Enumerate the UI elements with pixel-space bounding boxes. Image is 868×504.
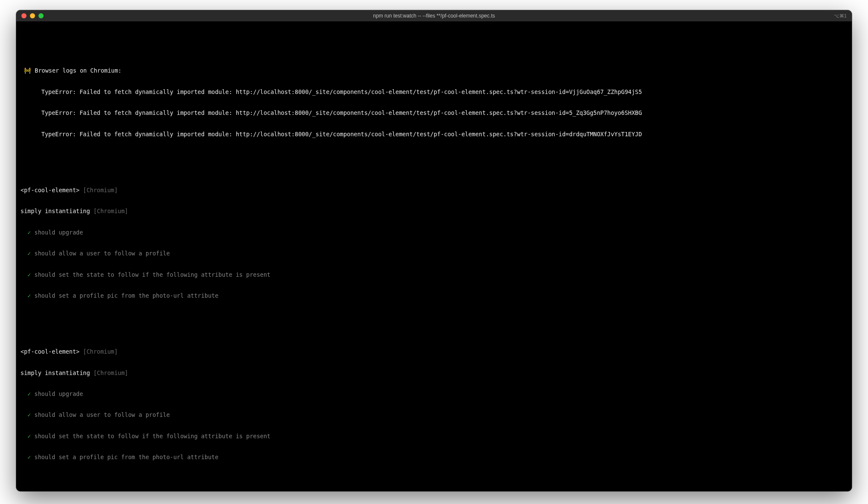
log-header-text: Browser logs on Chromium:	[35, 67, 121, 74]
titlebar: npm run test:watch -- --files **/pf-cool…	[16, 10, 852, 21]
close-icon[interactable]	[21, 13, 26, 18]
test-pass-line: ✓ should set a profile pic from the phot…	[21, 454, 847, 460]
test-pass-line: ✓ should upgrade	[21, 229, 847, 236]
window-title: npm run test:watch -- --files **/pf-cool…	[16, 13, 852, 19]
check-icon: ✓	[27, 433, 31, 440]
terminal-window: npm run test:watch -- --files **/pf-cool…	[16, 10, 852, 491]
suite-header: <pf-cool-element> [Chromium]	[21, 348, 847, 355]
suite-header: <pf-cool-element> [Chromium]	[21, 187, 847, 193]
test-pass-line: ✓ should allow a user to follow a profil…	[21, 250, 847, 257]
error-line: TypeError: Failed to fetch dynamically i…	[21, 88, 847, 95]
hazard-icon: 🚧	[24, 67, 31, 74]
zoom-icon[interactable]	[38, 13, 44, 18]
check-icon: ✓	[27, 292, 31, 299]
error-line: TypeError: Failed to fetch dynamically i…	[21, 109, 847, 116]
test-pass-line: ✓ should allow a user to follow a profil…	[21, 411, 847, 418]
test-pass-line: ✓ should set the state to follow if the …	[21, 271, 847, 278]
traffic-lights	[16, 13, 44, 18]
minimize-icon[interactable]	[30, 13, 35, 18]
test-pass-line: ✓ should set a profile pic from the phot…	[21, 292, 847, 299]
log-header-line: 🚧 Browser logs on Chromium:	[21, 67, 847, 74]
check-icon: ✓	[27, 411, 31, 418]
suite-context: simply instantiating [Chromium]	[21, 208, 847, 214]
check-icon: ✓	[27, 454, 31, 460]
error-line: TypeError: Failed to fetch dynamically i…	[21, 131, 847, 138]
test-pass-line: ✓ should set the state to follow if the …	[21, 433, 847, 440]
check-icon: ✓	[27, 271, 31, 278]
check-icon: ✓	[27, 390, 31, 397]
check-icon: ✓	[27, 229, 31, 236]
test-pass-line: ✓ should upgrade	[21, 390, 847, 397]
check-icon: ✓	[27, 250, 31, 257]
suite-context: simply instantiating [Chromium]	[21, 369, 847, 376]
terminal-output[interactable]: 🚧 Browser logs on Chromium: TypeError: F…	[16, 21, 852, 491]
window-index-badge: ⌥⌘1	[834, 13, 847, 19]
